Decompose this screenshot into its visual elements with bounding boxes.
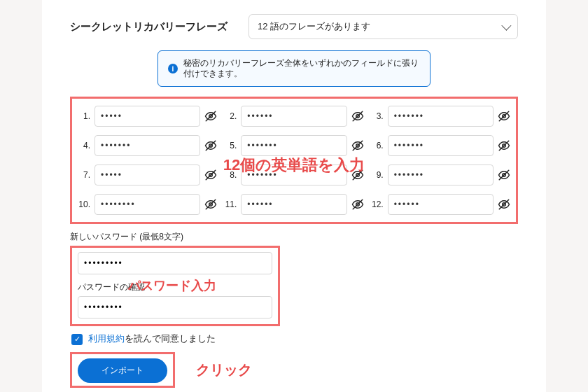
seed-number: 11. [224,200,237,209]
confirm-password-input[interactable] [78,296,272,318]
seed-number: 10. [78,200,90,209]
seed-item: 6. [371,135,510,156]
eye-off-icon[interactable] [204,139,217,152]
seed-word-input[interactable] [388,106,493,127]
phrase-count-select[interactable]: 12 語のフレーズがあります [248,14,518,39]
eye-off-icon[interactable] [498,139,510,152]
seed-number: 12. [371,200,384,209]
eye-off-icon[interactable] [498,169,510,181]
eye-off-icon[interactable] [498,110,510,122]
chevron-down-icon [501,21,511,31]
password-section: パスワードの確認 パスワード入力 [70,246,280,326]
seed-word-input[interactable] [241,106,346,127]
eye-off-icon[interactable] [204,110,217,122]
terms-checkbox[interactable]: ✓ [71,334,83,345]
seed-number: 8. [224,170,237,180]
seed-item: 11. [224,194,363,215]
seed-word-input[interactable] [388,164,493,186]
seed-number: 7. [78,170,90,180]
seed-word-input[interactable] [94,106,200,127]
seed-item: 1. [78,106,217,127]
seed-item: 8. [224,164,363,186]
seed-item: 5. [224,135,363,156]
new-password-label: 新しいパスワード (最低8文字) [70,231,518,243]
page-root: シークレットリカバリーフレーズ 12 語のフレーズがあります i 秘密のリカバリ… [42,0,546,392]
eye-off-icon[interactable] [351,110,364,122]
info-icon: i [168,64,178,74]
seed-word-input[interactable] [388,194,493,215]
annotation-click: クリック [196,360,252,379]
seed-item: 12. [371,194,510,215]
eye-off-icon[interactable] [351,169,364,181]
eye-off-icon[interactable] [351,139,364,152]
eye-off-icon[interactable] [204,198,217,211]
seed-item: 10. [78,194,217,215]
seed-word-input[interactable] [241,194,346,215]
eye-off-icon[interactable] [204,169,217,181]
info-banner-text: 秘密のリカバリーフレーズ全体をいずれかのフィールドに張り付けできます。 [183,58,420,79]
terms-rest: を読んで同意しました [125,334,216,344]
terms-row: ✓ 利用規約を読んで同意しました [71,333,518,345]
header-row: シークレットリカバリーフレーズ 12 語のフレーズがあります [70,14,518,39]
info-banner: i 秘密のリカバリーフレーズ全体をいずれかのフィールドに張り付けできます。 [158,50,430,87]
seed-word-input[interactable] [241,164,346,186]
annotation-import-box: インポート [70,352,175,388]
seed-number: 4. [78,141,90,150]
seed-item: 9. [371,164,510,186]
seed-number: 5. [224,141,237,150]
seed-word-input[interactable] [94,164,200,186]
seed-word-input[interactable] [241,135,346,156]
seed-number: 9. [371,170,384,180]
seed-item: 7. [78,164,217,186]
seed-phrase-grid: 1.2.3.4.5.6.7.8.9.10.11.12.12個の英単語を入力 [70,97,518,224]
seed-number: 3. [371,111,384,121]
eye-off-icon[interactable] [498,198,510,211]
confirm-password-label: パスワードの確認 [78,281,272,293]
seed-word-input[interactable] [388,135,493,156]
terms-link[interactable]: 利用規約 [88,334,125,344]
phrase-count-label: 12 語のフレーズがあります [258,20,370,33]
seed-item: 3. [371,106,510,127]
seed-word-input[interactable] [94,194,200,215]
seed-number: 2. [224,111,237,121]
seed-word-input[interactable] [94,135,200,156]
new-password-input[interactable] [78,252,272,274]
terms-text: 利用規約を読んで同意しました [88,333,216,345]
eye-off-icon[interactable] [351,198,364,211]
seed-item: 2. [224,106,363,127]
seed-number: 1. [78,111,90,121]
seed-number: 6. [371,141,384,150]
import-row: インポート クリック [70,352,518,388]
seed-item: 4. [78,135,217,156]
page-title: シークレットリカバリーフレーズ [70,20,227,34]
import-button[interactable]: インポート [78,358,167,383]
